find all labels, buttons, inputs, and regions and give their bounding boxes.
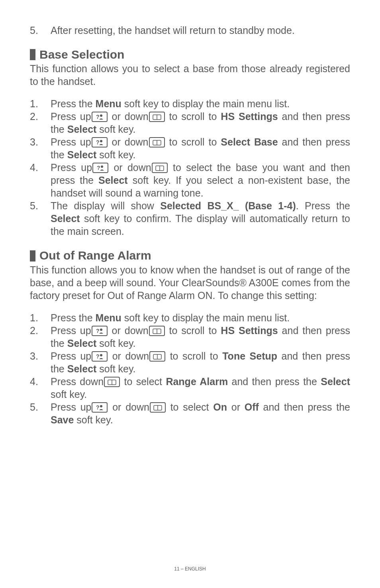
step-item: 5. Press up? or down to select On or Off… <box>51 401 350 426</box>
step-number: 2. <box>30 110 38 123</box>
section-heading-base-selection: Base Selection <box>30 47 350 62</box>
step-number: 5. <box>30 401 38 413</box>
svg-text:?: ? <box>96 114 100 120</box>
up-key-icon: ? <box>92 112 108 122</box>
heading-bar-icon <box>30 49 35 60</box>
down-key-icon <box>149 112 165 122</box>
step-item: 1. Press the Menu soft key to display th… <box>51 97 350 110</box>
step-number: 2. <box>30 324 38 337</box>
up-key-icon: ? <box>92 402 108 413</box>
section2-steps: 1. Press the Menu soft key to display th… <box>30 311 350 426</box>
up-key-icon: ? <box>92 137 108 147</box>
svg-text:?: ? <box>96 139 100 146</box>
down-key-icon <box>149 137 165 147</box>
svg-text:?: ? <box>96 328 100 334</box>
page-footer: 11 – ENGLISH <box>30 558 350 572</box>
step-number: 3. <box>30 350 38 362</box>
step-text: After resetting, the handset will return… <box>51 25 295 36</box>
step-item: 1. Press the Menu soft key to display th… <box>51 311 350 324</box>
step-number: 1. <box>30 97 38 110</box>
section1-steps: 1. Press the Menu soft key to display th… <box>30 97 350 238</box>
up-key-icon: ? <box>92 163 108 173</box>
svg-point-9 <box>101 165 103 168</box>
down-key-icon <box>149 326 165 336</box>
step-item: 2. Press up? or down to scroll to HS Set… <box>51 324 350 350</box>
svg-point-1 <box>100 114 102 117</box>
step-item: 3. Press up? or down to scroll to Select… <box>51 136 350 161</box>
section1-intro: This function allows you to select a bas… <box>30 62 350 88</box>
up-key-icon: ? <box>92 351 108 362</box>
svg-point-13 <box>100 328 102 331</box>
heading-bar-icon <box>30 250 35 262</box>
section-heading-out-of-range: Out of Range Alarm <box>30 248 350 263</box>
down-key-icon <box>152 163 168 173</box>
step-item: 5. After resetting, the handset will ret… <box>51 24 350 37</box>
svg-text:?: ? <box>96 353 100 360</box>
svg-point-23 <box>100 405 102 407</box>
svg-point-5 <box>100 140 102 142</box>
step-number: 5. <box>30 199 38 212</box>
intro-step-list: 5. After resetting, the handset will ret… <box>30 24 350 37</box>
heading-text: Base Selection <box>39 47 124 62</box>
heading-text: Out of Range Alarm <box>39 248 151 263</box>
up-key-icon: ? <box>92 326 108 336</box>
step-number: 4. <box>30 375 38 388</box>
down-key-icon <box>104 377 120 387</box>
step-item: 4. Press up? or down to select the base … <box>51 161 350 199</box>
step-item: 2. Press up? or down to scroll to HS Set… <box>51 110 350 136</box>
step-number: 5. <box>30 24 38 37</box>
svg-point-17 <box>100 354 102 356</box>
svg-text:?: ? <box>96 404 100 411</box>
down-key-icon <box>150 402 166 413</box>
step-number: 4. <box>30 161 38 174</box>
down-key-icon <box>149 351 165 362</box>
step-number: 1. <box>30 311 38 324</box>
step-item: 3. Press up? or down to scroll to Tone S… <box>51 350 350 375</box>
step-number: 3. <box>30 136 38 148</box>
svg-text:?: ? <box>97 165 100 171</box>
step-item: 5. The display will show Selected BS_X_ … <box>51 199 350 238</box>
section2-intro: This function allows you to know when th… <box>30 264 350 302</box>
step-item: 4. Press down to select Range Alarm and … <box>51 375 350 401</box>
